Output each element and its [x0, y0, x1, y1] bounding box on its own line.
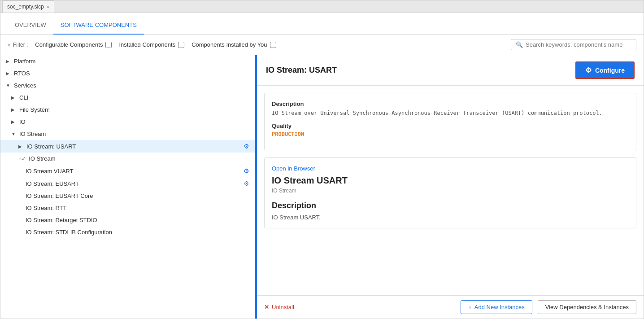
view-deps-label: View Dependencies & Instances [545, 304, 629, 310]
sidebar-item-filesystem[interactable]: ▶ File System [0, 104, 255, 116]
window: soc_empty.slcp × OVERVIEW SOFTWARE COMPO… [0, 0, 644, 319]
arrow-icon: ▶ [11, 107, 17, 112]
installed-filter-group: Installed Components [119, 41, 184, 48]
sidebar-item-label: CLI [19, 94, 28, 101]
configure-btn-label: Configure [595, 67, 625, 74]
search-box[interactable]: 🔍 [511, 39, 636, 50]
tab-bar: soc_empty.slcp × [0, 0, 644, 13]
sidebar-item-label: IO Stream [19, 131, 46, 137]
add-icon: + [468, 304, 472, 310]
right-panel-header: IO Stream: USART ⚙ Configure [257, 55, 644, 86]
add-instances-label: Add New Instances [474, 304, 525, 310]
arrow-icon: ▶ [6, 71, 11, 76]
sidebar-item-rtos[interactable]: ▶ RTOS [0, 67, 255, 79]
sidebar-item-label: IO Stream: EUSART Core [26, 192, 93, 199]
sidebar-item-iostream-rtt[interactable]: IO Stream: RTT [0, 202, 255, 214]
filter-label: ▿ Filter : [8, 42, 28, 48]
sidebar-item-iostream-vuart[interactable]: IO Stream VUART ⚙ [0, 165, 255, 177]
sidebar-item-iostream-eusart[interactable]: IO Stream: EUSART ⚙ [0, 177, 255, 190]
file-tab[interactable]: soc_empty.slcp × [2, 0, 54, 13]
browser-card-subtitle: IO Stream [272, 188, 629, 194]
installed-by-you-label: Components Installed by You [191, 41, 267, 48]
sidebar-item-label: IO [19, 118, 26, 125]
sidebar-item-label: IO Stream: Retarget STDIO [26, 217, 97, 223]
info-card: Description IO Stream over Universal Syn… [264, 93, 636, 150]
installed-label: Installed Components [119, 41, 175, 48]
quality-label: Quality [272, 122, 629, 129]
gear-icon: ⚙ [244, 180, 249, 187]
sidebar-item-label: IO Stream: USART [26, 143, 76, 150]
arrow-icon: ▶ [11, 95, 17, 100]
sidebar-item-services[interactable]: ▼ Services [0, 79, 255, 92]
description-label: Description [272, 101, 629, 107]
sidebar-item-label: Platform [14, 58, 35, 65]
action-bar: ✕ Uninstall + Add New Instances View Dep… [257, 295, 644, 319]
right-panel-body: Description IO Stream over Universal Syn… [257, 86, 644, 295]
configure-gear-icon: ⚙ [585, 66, 592, 74]
sidebar-item-label: IO Stream [29, 155, 55, 162]
configurable-label: Configurable Components [35, 41, 103, 48]
sidebar-item-iostream-base[interactable]: ○✓ IO Stream [0, 153, 255, 165]
sidebar: ▶ Platform ▶ RTOS ▼ Services ▶ CLI [0, 55, 255, 319]
view-dependencies-button[interactable]: View Dependencies & Instances [538, 300, 636, 314]
page-title: IO Stream: USART [266, 66, 337, 75]
tab-close-icon[interactable]: × [47, 4, 49, 9]
search-input[interactable] [526, 41, 631, 48]
browser-description-text: IO Stream USART. [272, 214, 629, 221]
filter-icon: ▿ [8, 42, 10, 48]
right-panel: IO Stream: USART ⚙ Configure Description [257, 55, 644, 319]
sidebar-item-iostream-stdlib[interactable]: IO Stream: STDLIB Configuration [0, 226, 255, 238]
uninstall-label: Uninstall [272, 304, 294, 310]
nav-tabs: OVERVIEW SOFTWARE COMPONENTS [0, 13, 644, 35]
gear-icon: ⚙ [244, 143, 249, 150]
arrow-icon: ▶ [18, 144, 24, 149]
sidebar-item-label: IO Stream: STDLIB Configuration [26, 229, 112, 236]
tab-overview[interactable]: OVERVIEW [8, 16, 53, 35]
quality-value: PRODUCTION [272, 131, 629, 137]
filter-bar: ▿ Filter : Configurable Components Insta… [0, 35, 644, 55]
configurable-checkbox[interactable] [105, 42, 112, 48]
quality-field: Quality PRODUCTION [272, 122, 629, 137]
sidebar-item-iostream[interactable]: ▼ IO Stream [0, 128, 255, 140]
sidebar-item-label: Services [14, 82, 36, 89]
add-instances-button[interactable]: + Add New Instances [461, 300, 532, 314]
description-field: Description IO Stream over Universal Syn… [272, 101, 629, 117]
arrow-icon: ▶ [11, 119, 17, 124]
arrow-icon: ▶ [6, 59, 11, 64]
check-circle-icon: ○✓ [18, 156, 26, 162]
configurable-filter-group: Configurable Components [35, 41, 112, 48]
sidebar-item-iostream-retarget[interactable]: IO Stream: Retarget STDIO [0, 214, 255, 226]
open-in-browser-link[interactable]: Open in Browser [272, 165, 629, 172]
right-section: IO Stream: USART ⚙ Configure Description [255, 55, 644, 319]
sidebar-item-label: RTOS [14, 70, 30, 77]
tab-label: soc_empty.slcp [7, 4, 44, 10]
main-content: ▶ Platform ▶ RTOS ▼ Services ▶ CLI [0, 55, 644, 319]
installed-by-you-filter-group: Components Installed by You [191, 41, 276, 48]
sidebar-item-label: IO Stream: EUSART [26, 180, 79, 187]
installed-by-you-checkbox[interactable] [270, 42, 276, 48]
arrow-icon: ▼ [6, 83, 11, 88]
uninstall-button[interactable]: ✕ Uninstall [264, 304, 294, 310]
sidebar-item-label: File System [19, 106, 50, 113]
app-area: OVERVIEW SOFTWARE COMPONENTS ▿ Filter : … [0, 13, 644, 319]
sidebar-item-label: IO Stream VUART [26, 168, 74, 175]
configure-button[interactable]: ⚙ Configure [575, 61, 635, 79]
sidebar-item-label: IO Stream: RTT [26, 205, 67, 211]
installed-checkbox[interactable] [178, 42, 184, 48]
sidebar-item-cli[interactable]: ▶ CLI [0, 92, 255, 104]
sidebar-item-io[interactable]: ▶ IO [0, 116, 255, 128]
search-icon: 🔍 [516, 41, 523, 48]
browser-card-title: IO Stream USART [272, 175, 629, 186]
uninstall-x-icon: ✕ [264, 304, 269, 310]
gear-icon: ⚙ [244, 167, 249, 175]
tab-software-components[interactable]: SOFTWARE COMPONENTS [53, 16, 144, 35]
arrow-icon: ▼ [11, 131, 17, 136]
sidebar-item-iostream-eusart-core[interactable]: IO Stream: EUSART Core [0, 190, 255, 202]
browser-card: Open in Browser IO Stream USART IO Strea… [264, 157, 636, 228]
description-value: IO Stream over Universal Synchronous Asy… [272, 109, 629, 117]
sidebar-item-iostream-usart[interactable]: ▶ IO Stream: USART ⚙ [0, 140, 255, 153]
sidebar-item-platform[interactable]: ▶ Platform [0, 55, 255, 67]
browser-description-heading: Description [272, 201, 629, 210]
